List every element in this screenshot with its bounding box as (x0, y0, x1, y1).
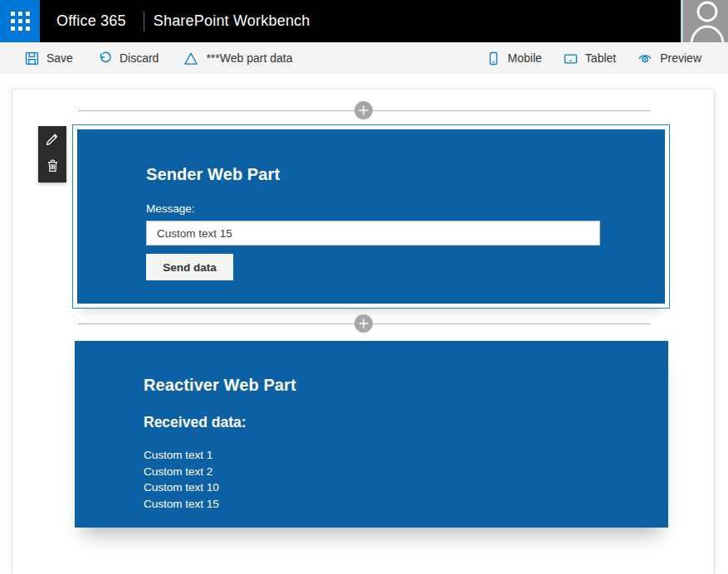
reactiver-webpart-title: Reactiver Web Part (144, 375, 668, 395)
preview-eye-icon (638, 51, 652, 66)
add-webpart-button-middle[interactable] (354, 314, 373, 333)
suite-bar: Office 365 SharePoint Workbench (0, 0, 728, 42)
mobile-label: Mobile (508, 51, 542, 65)
trash-icon (46, 163, 60, 176)
webpart-edit-toolbar (38, 126, 66, 182)
message-label: Message: (146, 202, 665, 216)
brand-title: Office 365 (56, 12, 126, 30)
discard-label: Discard (120, 51, 159, 65)
sender-webpart[interactable]: Sender Web Part Message: Send data (72, 124, 670, 309)
save-label: Save (46, 51, 73, 65)
preview-label: Preview (660, 51, 701, 65)
sender-webpart-title: Sender Web Part (146, 164, 665, 184)
workbench-canvas: Sender Web Part Message: Send data React… (12, 89, 715, 574)
tablet-label: Tablet (585, 51, 616, 65)
plus-icon (359, 319, 369, 328)
edit-webpart-button[interactable] (45, 131, 60, 146)
save-button[interactable]: Save (25, 51, 73, 66)
preview-button[interactable]: Preview (638, 51, 701, 66)
page-title: SharePoint Workbench (154, 12, 310, 30)
tablet-icon (564, 51, 578, 66)
account-avatar[interactable] (683, 0, 728, 42)
message-input[interactable] (146, 221, 600, 246)
save-icon (25, 51, 39, 66)
pencil-icon (45, 136, 60, 148)
title-separator (144, 12, 144, 32)
delete-webpart-button[interactable] (46, 158, 60, 173)
tablet-button[interactable]: Tablet (564, 51, 616, 66)
plus-icon (359, 105, 369, 115)
person-icon (683, 32, 728, 42)
webpart-data-label: ***Web part data (206, 51, 292, 65)
received-data-list: Custom text 1 Custom text 2 Custom text … (144, 447, 668, 512)
received-item: Custom text 1 (144, 447, 668, 464)
sender-webpart-body: Sender Web Part Message: Send data (77, 129, 665, 304)
received-item: Custom text 15 (144, 496, 668, 513)
command-bar: Save Discard ***Web part data (0, 42, 728, 74)
mobile-icon (486, 51, 501, 66)
received-item: Custom text 2 (144, 464, 668, 480)
app-launcher-button[interactable] (0, 0, 40, 42)
add-webpart-button-top[interactable] (354, 101, 373, 119)
warning-triangle-icon (183, 51, 198, 66)
received-item: Custom text 10 (144, 479, 668, 496)
send-data-button[interactable]: Send data (146, 254, 233, 280)
waffle-icon (11, 12, 30, 31)
webpart-data-button[interactable]: ***Web part data (183, 51, 292, 66)
undo-icon (98, 51, 112, 66)
mobile-button[interactable]: Mobile (486, 51, 542, 66)
received-data-heading: Received data: (144, 413, 668, 431)
discard-button[interactable]: Discard (98, 51, 159, 66)
reactiver-webpart[interactable]: Reactiver Web Part Received data: Custom… (75, 341, 668, 528)
